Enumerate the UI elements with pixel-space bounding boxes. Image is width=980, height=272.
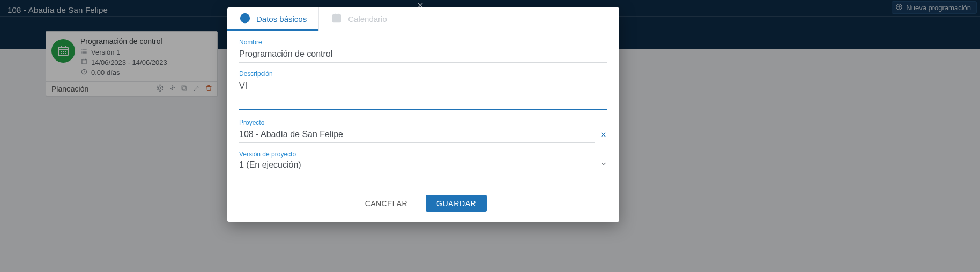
field-version: Versión de proyecto 1 (En ejecución) [239,150,607,173]
save-button[interactable]: GUARDAR [426,195,487,212]
edit-schedule-modal: Datos básicos Calendario Nombre Descripc… [227,7,619,222]
field-proyecto: Proyecto [239,119,607,143]
nombre-label: Nombre [239,39,607,46]
field-descripcion: Descripción VI [239,70,607,111]
descripcion-label: Descripción [239,70,607,78]
tab-basic-label: Datos básicos [256,14,307,24]
modal-tabs: Datos básicos Calendario [227,7,619,31]
modal-footer: CANCELAR GUARDAR [227,187,619,222]
nombre-input[interactable] [239,47,607,63]
chevron-down-icon [600,160,607,170]
tab-calendar[interactable]: Calendario [319,7,399,31]
tab-basic-data[interactable]: Datos básicos [227,7,319,31]
cancel-button[interactable]: CANCELAR [360,195,413,212]
descripcion-input[interactable]: VI [239,79,607,110]
version-select[interactable]: 1 (En ejecución) [239,159,607,173]
clear-proyecto-icon[interactable] [599,131,607,140]
svg-rect-6 [333,15,341,22]
info-icon [239,12,251,26]
version-value: 1 (En ejecución) [239,160,301,170]
version-label: Versión de proyecto [239,150,607,158]
tab-calendar-label: Calendario [348,14,387,24]
proyecto-input[interactable] [239,127,595,143]
field-nombre: Nombre [239,39,607,63]
proyecto-label: Proyecto [239,119,607,126]
calendar-icon [331,12,343,26]
